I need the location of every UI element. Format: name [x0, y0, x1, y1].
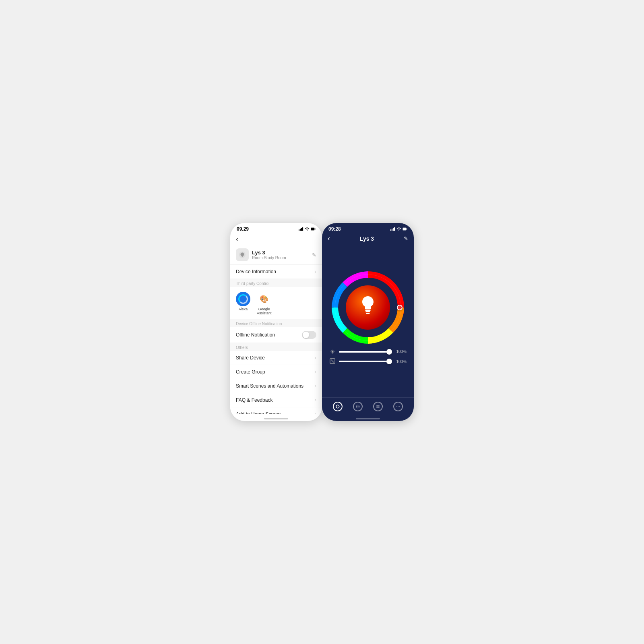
- home-bar-right: [356, 418, 380, 419]
- alexa-label: Alexa: [239, 307, 248, 311]
- phone-left: 09.29: [230, 223, 322, 421]
- tab-list-icon: [373, 402, 383, 411]
- svg-rect-12: [393, 228, 394, 231]
- create-group-item[interactable]: Create Group ›: [230, 365, 322, 379]
- arrow-icon-scenes: ›: [315, 383, 316, 389]
- offline-toggle-label: Offline Notification: [236, 332, 275, 338]
- google-icon: 🎨: [257, 292, 271, 306]
- device-information-label: Device Information: [236, 269, 276, 275]
- bulb-icon: [360, 295, 376, 319]
- svg-rect-17: [403, 228, 406, 230]
- sliders-area: ☀ 100%: [322, 349, 414, 368]
- tab-more-icon: [393, 402, 403, 411]
- list-tab-svg: [376, 404, 380, 409]
- color-temp-slider-thumb[interactable]: [386, 359, 392, 364]
- tab-list[interactable]: [371, 401, 385, 412]
- bottom-tabs: [322, 397, 414, 414]
- svg-point-14: [398, 230, 399, 231]
- color-temp-value: 100%: [395, 359, 407, 364]
- status-bar-left: 09.29: [230, 223, 322, 233]
- offline-header: Device Offline Notification: [230, 319, 322, 327]
- status-bar-right: 09:28: [322, 223, 414, 233]
- time-left: 09.29: [237, 226, 249, 232]
- share-device-item[interactable]: Share Device ›: [230, 351, 322, 365]
- lightbulb-svg: [360, 295, 376, 316]
- device-info: Lys 3 Room:Study Room: [252, 250, 309, 260]
- svg-point-4: [307, 230, 308, 231]
- color-temp-slider-row: 100%: [329, 358, 407, 365]
- device-edit-button[interactable]: ✎: [312, 252, 316, 258]
- scroll-content: Device Information › Third-party Control…: [230, 265, 322, 414]
- faq-item[interactable]: FAQ & Feedback ›: [230, 393, 322, 407]
- svg-point-33: [399, 406, 400, 407]
- wifi-icon: [305, 227, 310, 231]
- nav-bar-left: ‹: [230, 233, 322, 246]
- svg-rect-6: [315, 229, 316, 230]
- arrow-icon-group: ›: [315, 369, 316, 375]
- nav-bar-right: ‹ Lys 3 ✎: [322, 233, 414, 245]
- back-button-left[interactable]: ‹: [236, 235, 238, 244]
- home-bar-left: [264, 418, 288, 419]
- color-temp-slider-track[interactable]: [339, 361, 392, 362]
- svg-rect-2: [301, 228, 302, 231]
- back-button-right[interactable]: ‹: [328, 234, 330, 243]
- svg-rect-7: [311, 228, 314, 230]
- tab-color[interactable]: [330, 401, 345, 412]
- alexa-item[interactable]: Alexa: [236, 292, 250, 315]
- circle-tab-svg: [335, 404, 340, 409]
- device-room: Room:Study Room: [252, 256, 309, 260]
- google-label: GoogleAssistant: [257, 307, 272, 315]
- phone-right: 09:28: [322, 223, 414, 421]
- share-device-label: Share Device: [236, 355, 265, 361]
- color-wheel-area: ☀ 100%: [322, 245, 414, 397]
- arrow-icon-faq: ›: [315, 397, 316, 403]
- brightness-icon: ☀: [329, 349, 336, 355]
- battery-icon: [311, 227, 316, 231]
- status-icons-right: [390, 227, 407, 231]
- tab-scene[interactable]: [351, 401, 365, 412]
- third-party-items: Alexa 🎨 GoogleAssistant: [236, 292, 316, 315]
- alexa-ring: [238, 294, 248, 304]
- wifi-icon-right: [396, 227, 401, 231]
- svg-point-32: [398, 406, 398, 407]
- offline-toggle[interactable]: [302, 331, 316, 339]
- color-selector-dot[interactable]: [397, 305, 402, 310]
- google-item[interactable]: 🎨 GoogleAssistant: [257, 292, 272, 315]
- tab-more[interactable]: [391, 401, 405, 412]
- brightness-slider-track[interactable]: [339, 351, 392, 353]
- add-home-item[interactable]: Add to Home Screen ›: [230, 407, 322, 414]
- svg-rect-3: [302, 227, 303, 231]
- device-icon: [236, 248, 249, 261]
- nav-title-right: Lys 3: [360, 235, 374, 242]
- create-group-label: Create Group: [236, 369, 265, 375]
- color-ring-container[interactable]: [332, 271, 404, 344]
- lightbulb-icon: [239, 251, 246, 258]
- brightness-value: 100%: [395, 349, 407, 354]
- svg-rect-23: [366, 313, 370, 314]
- smart-scenes-item[interactable]: Smart Scenes and Automations ›: [230, 379, 322, 393]
- smart-scenes-label: Smart Scenes and Automations: [236, 383, 303, 389]
- bulb-center: [346, 285, 390, 330]
- svg-rect-16: [407, 229, 407, 230]
- device-header: Lys 3 Room:Study Room ✎: [230, 246, 322, 265]
- svg-rect-0: [299, 229, 299, 231]
- edit-button-right[interactable]: ✎: [404, 235, 408, 242]
- svg-rect-10: [390, 229, 391, 231]
- home-indicator-left: [230, 414, 322, 421]
- tab-color-icon: [333, 402, 343, 411]
- brightness-slider-thumb[interactable]: [386, 349, 392, 355]
- offline-toggle-row: Offline Notification: [230, 327, 322, 343]
- svg-rect-11: [392, 229, 392, 231]
- svg-rect-1: [300, 229, 301, 231]
- status-icons-left: [299, 227, 316, 231]
- globe-tab-svg: [355, 404, 360, 409]
- arrow-icon: ›: [315, 269, 316, 275]
- home-indicator-right: [322, 414, 414, 421]
- color-temp-icon: [329, 358, 336, 365]
- faq-label: FAQ & Feedback: [236, 397, 272, 403]
- svg-rect-21: [365, 310, 371, 311]
- device-information-item[interactable]: Device Information ›: [230, 265, 322, 279]
- signal-icon-right: [390, 227, 395, 231]
- signal-icon: [299, 227, 303, 231]
- svg-point-31: [396, 406, 397, 407]
